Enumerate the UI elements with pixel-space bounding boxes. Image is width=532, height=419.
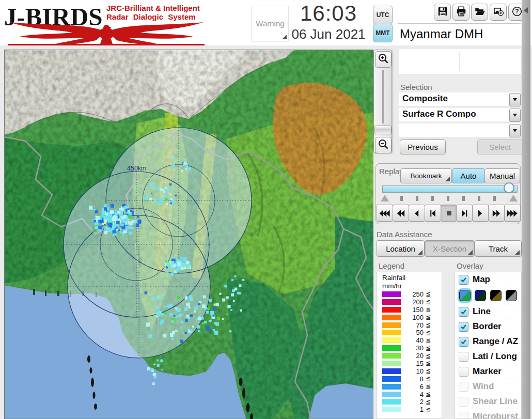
timeline-tick [416,196,418,201]
map-style-swatch-4[interactable] [506,290,517,301]
save-button[interactable] [434,4,451,21]
legend-value: 100 [401,314,424,321]
collapse-panel-icon[interactable] [524,7,528,13]
replay-timeline-ticks [379,195,518,202]
print-button[interactable] [452,4,470,21]
fast-forward-button[interactable] [488,205,505,222]
overlay-item-label: Microburst [473,411,518,419]
map-checkbox[interactable] [459,275,468,285]
map-style-swatch-2[interactable] [475,290,486,301]
track-button[interactable]: Track [475,240,522,257]
dropdown-product-type[interactable]: Composite [399,92,521,106]
legend-value: 6 [401,383,424,391]
add-image-icon [493,6,504,19]
select-button[interactable]: Select [477,139,523,154]
legend-value: 2 [401,398,424,406]
skip-backward-fast-button[interactable] [377,205,393,222]
zoom-out-button[interactable] [375,137,392,153]
timeline-tick [493,196,496,201]
chevron-down-icon [513,114,517,117]
manual-mode-button[interactable]: Manual [484,168,520,183]
location-button[interactable]: Location [377,240,425,257]
timezone-utc-button[interactable]: UTC [373,6,393,24]
zoom-slider-track[interactable] [382,70,384,123]
wind-checkbox [459,382,468,392]
overlay-row-microburst: Microburst [455,409,521,419]
stop-button[interactable] [441,205,457,222]
zoom-out-icon [377,138,389,152]
map-style-swatch-3[interactable] [490,290,502,301]
help-icon: ? [511,6,523,19]
legend-operator: ≦ [426,406,431,413]
legend-label: Legend [379,261,404,270]
dropdown-arrow-button[interactable] [509,124,521,137]
step-backward-button[interactable] [425,205,441,222]
map-style-swatch-1[interactable] [459,290,471,301]
timeline-tick [431,196,434,201]
bookmark-button[interactable]: Bookmark [400,168,452,183]
legend-row: 2≦ [377,398,442,406]
dropdown-arrow-button[interactable] [509,93,521,106]
timeline-start-marker[interactable] [381,195,389,201]
legend-unit-line1: Rainfall [382,274,442,282]
zoom-slider-handle[interactable] [374,126,392,134]
timeline-end-marker[interactable] [509,195,518,201]
legend-color-swatch [382,392,401,397]
legend-color-swatch [382,345,401,351]
timeline-tick [462,196,465,201]
station-text-field[interactable] [399,49,521,74]
range-az-checkbox[interactable] [459,337,468,347]
radar-map-canvas[interactable]: 450km [5,50,373,419]
overlay-item-label[interactable]: Line [473,306,491,317]
warning-button[interactable]: Warning [252,6,289,41]
legend-value: 20 [401,352,424,360]
legend-color-swatch [382,322,401,328]
overlay-item-label[interactable]: Range / AZ [473,336,518,347]
eagle-icon [8,22,205,45]
overlay-item-label[interactable]: Map [473,274,490,285]
step-forward-icon [460,209,469,218]
legend-color-swatch [382,337,401,343]
add-image-button[interactable] [490,4,507,21]
zoom-in-button[interactable] [375,51,392,68]
panel-splitter[interactable] [522,0,530,419]
dropdown-product[interactable]: Surface R Compo [399,108,521,121]
legend-operator: ≦ [426,337,431,344]
legend-color-swatch [382,368,401,374]
rewind-backward-button[interactable] [393,205,409,222]
auto-mode-button[interactable]: Auto [452,168,485,183]
dropdown-arrow-button[interactable] [509,108,521,122]
legend-color-swatch [382,330,401,335]
legend-row: 40≦ [377,336,442,344]
dropdown-parameter[interactable] [399,123,521,137]
overlay-row-wind: Wind [455,379,521,394]
map-style-options [455,287,521,304]
line-checkbox[interactable] [459,307,468,317]
legend-operator: ≦ [426,329,431,336]
play-backward-button[interactable] [409,205,425,222]
lati-long-checkbox[interactable] [459,352,468,362]
step-forward-button[interactable] [456,205,473,222]
timezone-mmt-button[interactable]: MMT [373,24,393,42]
legend-operator: ≦ [426,290,431,298]
radar-map[interactable]: 450km [4,50,373,419]
legend-operator: ≦ [426,298,431,305]
marker-checkbox[interactable] [459,367,468,377]
legend-color-swatch [382,307,401,313]
selection-label: Selection [400,83,432,91]
border-checkbox[interactable] [459,322,468,332]
overlay-item-label[interactable]: Lati / Long [473,351,517,362]
overlay-item-label[interactable]: Border [473,321,502,332]
x-section-button[interactable]: X-Section [425,240,475,257]
clock-time: 16:03 [287,1,370,26]
replay-slider-handle[interactable] [504,182,514,193]
previous-button[interactable]: Previous [400,139,446,154]
replay-timeline-slider[interactable] [382,185,518,193]
legend-color-swatch [382,399,401,405]
open-folder-button[interactable] [471,4,488,21]
svg-text:?: ? [515,8,519,15]
overlay-item-label[interactable]: Marker [473,366,502,377]
replay-label: Replay [379,167,403,176]
play-forward-button[interactable] [472,205,489,222]
skip-forward-fast-button[interactable] [504,205,521,222]
